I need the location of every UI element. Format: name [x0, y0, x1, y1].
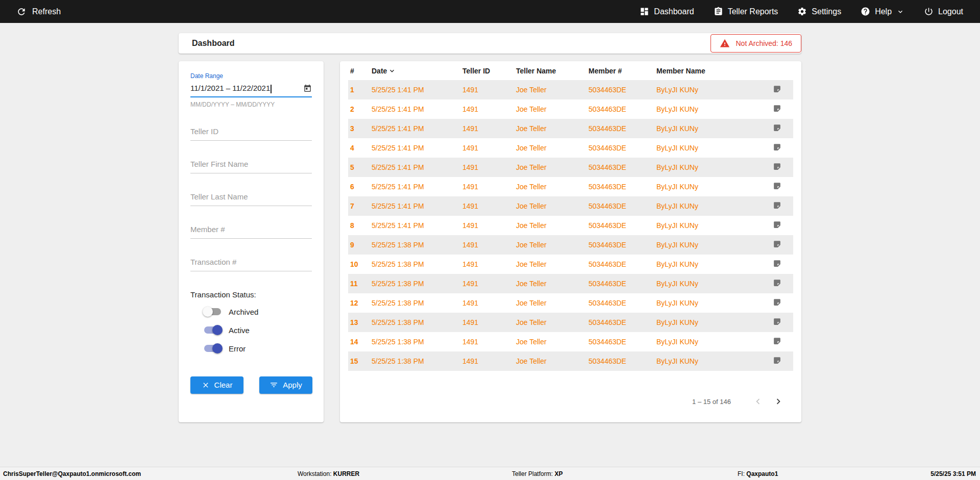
- row-date-cell: 5/25/25 1:38 PM: [370, 255, 460, 274]
- nav-teller-reports-label: Teller Reports: [728, 7, 778, 16]
- toggle-switch[interactable]: [204, 326, 221, 334]
- nav-settings[interactable]: Settings: [797, 7, 841, 16]
- toggle-switch[interactable]: [204, 345, 221, 352]
- nav-logout[interactable]: Logout: [924, 7, 963, 16]
- row-teller-id-cell: 1491: [460, 235, 514, 255]
- row-date-cell: 5/25/25 1:38 PM: [370, 235, 460, 255]
- row-number-cell: 9: [348, 235, 370, 255]
- row-date-cell: 5/25/25 1:41 PM: [370, 196, 460, 216]
- table-row[interactable]: 3 5/25/25 1:41 PM 1491 Joe Teller 503446…: [348, 119, 793, 138]
- toggle-label: Error: [229, 344, 246, 353]
- row-member-name-cell: ByLyJI KUNy: [654, 196, 761, 216]
- table-row[interactable]: 7 5/25/25 1:41 PM 1491 Joe Teller 503446…: [348, 196, 793, 216]
- note-icon[interactable]: [773, 317, 781, 326]
- row-teller-id-cell: 1491: [460, 274, 514, 293]
- next-page-button[interactable]: [771, 394, 786, 409]
- row-member-name-cell: ByLyJI KUNy: [654, 177, 761, 196]
- nav-teller-reports[interactable]: Teller Reports: [714, 7, 778, 16]
- gear-icon: [797, 7, 807, 16]
- nav-help-label: Help: [875, 7, 892, 16]
- note-icon[interactable]: [773, 143, 781, 151]
- not-archived-badge[interactable]: Not Archived: 146: [710, 34, 801, 53]
- date-range-input[interactable]: 11/1/2021 – 11/22/2021: [190, 84, 312, 97]
- note-icon[interactable]: [773, 162, 781, 171]
- table-row[interactable]: 11 5/25/25 1:38 PM 1491 Joe Teller 50344…: [348, 274, 793, 293]
- column-header-date[interactable]: Date: [370, 61, 460, 80]
- row-teller-name-cell: Joe Teller: [514, 313, 586, 332]
- nav-help[interactable]: Help: [861, 7, 904, 16]
- note-icon[interactable]: [773, 201, 781, 210]
- nav-dashboard[interactable]: Dashboard: [640, 7, 694, 16]
- note-icon[interactable]: [773, 259, 781, 268]
- not-archived-badge-label: Not Archived: 146: [736, 39, 792, 47]
- chevron-right-icon: [773, 396, 784, 407]
- table-row[interactable]: 12 5/25/25 1:38 PM 1491 Joe Teller 50344…: [348, 293, 793, 313]
- teller-first-name-input[interactable]: [190, 158, 312, 173]
- row-teller-id-cell: 1491: [460, 138, 514, 158]
- table-row[interactable]: 5 5/25/25 1:41 PM 1491 Joe Teller 503446…: [348, 158, 793, 177]
- nav-logout-label: Logout: [938, 7, 963, 16]
- table-row[interactable]: 15 5/25/25 1:38 PM 1491 Joe Teller 50344…: [348, 351, 793, 371]
- table-row[interactable]: 2 5/25/25 1:41 PM 1491 Joe Teller 503446…: [348, 99, 793, 119]
- row-teller-id-cell: 1491: [460, 196, 514, 216]
- table-row[interactable]: 4 5/25/25 1:41 PM 1491 Joe Teller 503446…: [348, 138, 793, 158]
- filter-icon: [270, 381, 278, 389]
- note-icon[interactable]: [773, 220, 781, 229]
- apply-button[interactable]: Apply: [259, 376, 312, 394]
- help-icon: [861, 7, 870, 16]
- note-icon[interactable]: [773, 104, 781, 113]
- row-number-cell: 14: [348, 332, 370, 351]
- date-range-value: 11/1/2021 – 11/22/2021: [190, 84, 270, 92]
- column-header-number: #: [348, 61, 370, 80]
- note-icon[interactable]: [773, 356, 781, 365]
- row-member-name-cell: ByLyJI KUNy: [654, 99, 761, 119]
- teller-id-input[interactable]: [190, 125, 312, 141]
- table-row[interactable]: 9 5/25/25 1:38 PM 1491 Joe Teller 503446…: [348, 235, 793, 255]
- table-row[interactable]: 8 5/25/25 1:41 PM 1491 Joe Teller 503446…: [348, 216, 793, 235]
- row-teller-name-cell: Joe Teller: [514, 235, 586, 255]
- member-number-input[interactable]: [190, 223, 312, 239]
- row-teller-id-cell: 1491: [460, 255, 514, 274]
- note-icon[interactable]: [773, 123, 781, 132]
- row-teller-id-cell: 1491: [460, 177, 514, 196]
- note-icon[interactable]: [773, 279, 781, 287]
- row-member-name-cell: ByLyJI KUNy: [654, 216, 761, 235]
- results-panel: # Date Teller ID Teller Name Member #: [340, 61, 801, 422]
- refresh-button[interactable]: Refresh: [16, 7, 61, 17]
- note-icon[interactable]: [773, 182, 781, 190]
- table-row[interactable]: 13 5/25/25 1:38 PM 1491 Joe Teller 50344…: [348, 313, 793, 332]
- note-icon[interactable]: [773, 85, 781, 93]
- row-number-cell: 11: [348, 274, 370, 293]
- row-number-cell: 13: [348, 313, 370, 332]
- row-teller-name-cell: Joe Teller: [514, 119, 586, 138]
- nav-settings-label: Settings: [812, 7, 841, 16]
- row-member-number-cell: 5034463DE: [586, 293, 654, 313]
- statusbar: ChrisSuperTeller@Qaxpauto1.onmicrosoft.c…: [0, 467, 980, 480]
- previous-page-button[interactable]: [750, 394, 766, 409]
- sort-desc-icon: [388, 67, 396, 75]
- row-member-name-cell: ByLyJI KUNy: [654, 293, 761, 313]
- row-member-number-cell: 5034463DE: [586, 313, 654, 332]
- note-icon[interactable]: [773, 298, 781, 307]
- table-row[interactable]: 6 5/25/25 1:41 PM 1491 Joe Teller 503446…: [348, 177, 793, 196]
- table-row[interactable]: 1 5/25/25 1:41 PM 1491 Joe Teller 503446…: [348, 80, 793, 99]
- table-row[interactable]: 14 5/25/25 1:38 PM 1491 Joe Teller 50344…: [348, 332, 793, 351]
- teller-last-name-input[interactable]: [190, 190, 312, 206]
- toggle-label: Archived: [229, 308, 258, 316]
- row-teller-id-cell: 1491: [460, 351, 514, 371]
- note-icon[interactable]: [773, 337, 781, 345]
- clipboard-icon: [714, 7, 723, 16]
- calendar-icon[interactable]: [303, 84, 312, 93]
- note-icon[interactable]: [773, 240, 781, 248]
- row-member-number-cell: 5034463DE: [586, 80, 654, 99]
- status-toggle-row: Error: [190, 343, 312, 354]
- row-member-number-cell: 5034463DE: [586, 196, 654, 216]
- transaction-number-input[interactable]: [190, 256, 312, 271]
- status-toggle-row: Active: [190, 325, 312, 336]
- table-row[interactable]: 10 5/25/25 1:38 PM 1491 Joe Teller 50344…: [348, 255, 793, 274]
- row-number-cell: 15: [348, 351, 370, 371]
- row-member-number-cell: 5034463DE: [586, 177, 654, 196]
- clear-button[interactable]: Clear: [190, 376, 243, 394]
- toggle-switch[interactable]: [204, 308, 221, 315]
- date-range-hint: MM/DD/YYYY – MM/DD/YYYY: [190, 101, 312, 108]
